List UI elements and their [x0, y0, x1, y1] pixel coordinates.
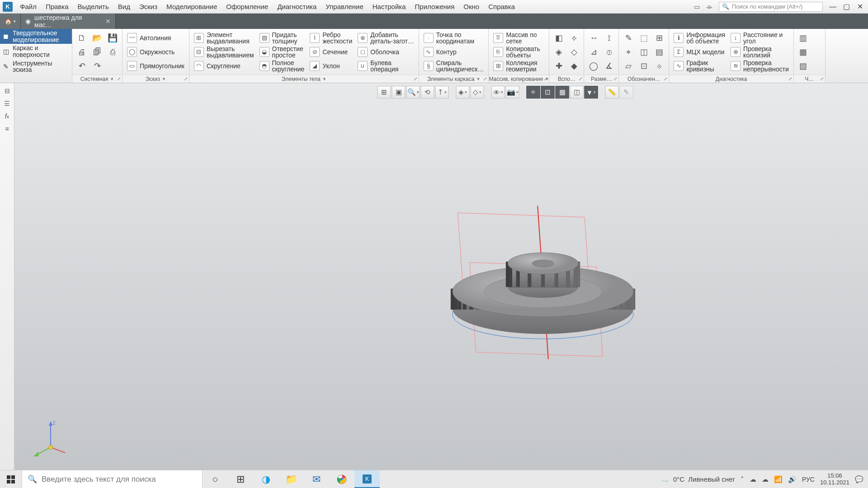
menu-эскиз[interactable]: Эскиз	[135, 0, 162, 13]
ribbon-btn[interactable]: 📂	[90, 31, 104, 45]
start-button[interactable]	[0, 470, 22, 488]
menu-файл[interactable]: Файл	[15, 0, 41, 13]
ribbon-btn[interactable]: ⊗Проверка коллизий	[729, 45, 791, 59]
menu-диагностика[interactable]: Диагностика	[273, 0, 321, 13]
mode-0[interactable]: ◼Твердотельное моделирование	[0, 29, 72, 44]
ribbon-btn[interactable]: ⊕Добавить деталь-загот…	[356, 31, 416, 45]
mode-2[interactable]: ✎Инструменты эскиза	[0, 59, 72, 74]
ribbon-btn[interactable]: ✎	[622, 31, 635, 45]
ribbon-btn[interactable]: ◠Скругление	[192, 59, 256, 73]
chevron-up-icon[interactable]: ˄	[741, 475, 744, 483]
menu-приложения[interactable]: Приложения	[410, 0, 459, 13]
menu-управление[interactable]: Управление	[321, 0, 368, 13]
ribbon-btn[interactable]	[106, 59, 119, 73]
close-tab-icon[interactable]: ✕	[105, 18, 111, 25]
kompas-icon[interactable]: K	[354, 470, 380, 488]
sound-icon[interactable]: 🔊	[788, 475, 797, 483]
menu-справка[interactable]: Справка	[484, 0, 519, 13]
ribbon-btn[interactable]: ⊞	[652, 31, 666, 45]
ribbon-btn[interactable]: ↷	[90, 59, 104, 73]
ribbon-btn[interactable]: ◢Уклон	[308, 59, 354, 73]
menu-вид[interactable]: Вид	[113, 0, 135, 13]
ribbon-btn[interactable]: ◓Полное скругление	[258, 59, 307, 73]
layout-icon[interactable]: ▭	[691, 2, 703, 12]
ribbon-btn[interactable]: ·Точка по координатам	[422, 31, 486, 45]
menu-правка[interactable]: Правка	[41, 0, 73, 13]
zoom-icon[interactable]: 🔍	[406, 86, 420, 99]
ribbon-btn[interactable]: ⟟	[602, 31, 616, 45]
rotate-icon[interactable]: ⟲	[421, 86, 434, 99]
ribbon-btn[interactable]: ↶	[75, 59, 89, 73]
ribbon-btn[interactable]: ▧Придать толщину	[258, 31, 307, 45]
explorer-icon[interactable]: 📁	[278, 470, 304, 488]
weather-widget[interactable]: ☁️ 0°C Ливневый снег	[661, 475, 735, 483]
ribbon-btn[interactable]: ◇	[567, 45, 581, 59]
document-tab[interactable]: ◉ шестеренка для мас… ✕	[21, 14, 116, 29]
ribbon-btn[interactable]: ◒Отверстие простое	[258, 45, 307, 59]
menu-моделирование[interactable]: Моделирование	[162, 0, 222, 13]
ribbon-btn[interactable]: ∿Контур	[422, 45, 486, 59]
ribbon-btn[interactable]: ⦶	[602, 45, 616, 59]
bars-icon[interactable]: ≡	[2, 124, 12, 134]
ribbon-btn[interactable]: ⌇Ребро жесткости	[308, 31, 354, 45]
ribbon-btn[interactable]: ▦	[797, 45, 810, 59]
layer-icon[interactable]: ◫	[570, 86, 584, 99]
snap3-icon[interactable]: ▦	[556, 86, 569, 99]
ribbon-btn[interactable]: ▭Прямоугольник	[125, 59, 186, 73]
wifi-icon[interactable]: 📶	[774, 475, 783, 483]
wire-icon[interactable]: ◇	[471, 86, 484, 99]
capture-icon[interactable]: 📷	[506, 86, 519, 99]
viewport-3d[interactable]: ⊞ ▣ 🔍 ⟲ ⤒ ◈ ◇ 👁 📷 ✧ ⊡ ▦ ◫ ▼ 📏 ✎	[14, 83, 868, 470]
ribbon-btn[interactable]: §Спираль цилиндрическ…	[422, 59, 486, 73]
ribbon-btn[interactable]: ▧	[797, 59, 810, 73]
ribbon-btn[interactable]: 🗋	[75, 31, 89, 45]
measure-icon[interactable]: 📏	[605, 86, 619, 99]
ribbon-btn[interactable]: ∿График кривизны	[672, 59, 727, 73]
ribbon-btn[interactable]: ⎙	[106, 45, 119, 59]
ribbon-btn[interactable]: ⌖	[622, 45, 635, 59]
filter-icon[interactable]: ▼	[585, 86, 598, 99]
ribbon-btn[interactable]: ◧	[552, 31, 566, 45]
lang-indicator[interactable]: РУС	[802, 476, 815, 483]
ribbon-btn[interactable]: ⊟Вырезать выдавливанием	[192, 45, 256, 59]
snap2-icon[interactable]: ⊡	[541, 86, 555, 99]
probe-icon[interactable]: ✎	[620, 86, 633, 99]
menu-настройка[interactable]: Настройка	[368, 0, 410, 13]
menu-оформление[interactable]: Оформление	[222, 0, 273, 13]
ribbon-btn[interactable]: ✚	[552, 59, 566, 73]
ribbon-btn[interactable]: 🗐	[90, 45, 104, 59]
ribbon-btn[interactable]: ⬚	[637, 31, 651, 45]
mode-1[interactable]: ◫Каркас и поверхности	[0, 44, 72, 59]
ribbon-btn[interactable]: 💾	[106, 31, 119, 45]
ribbon-btn[interactable]: ≋Проверка непрерывности	[729, 59, 791, 73]
ribbon-btn[interactable]: ⊞Элемент выдавливания	[192, 31, 256, 45]
cortana-icon[interactable]: ○	[203, 470, 228, 488]
ribbon-btn[interactable]: ℹИнформация об объекте	[672, 31, 727, 45]
ribbon-btn[interactable]: 〰Автолиния	[125, 31, 186, 45]
ribbon-btn[interactable]: ⊡	[637, 59, 651, 73]
hide-icon[interactable]: 👁	[491, 86, 505, 99]
minimize-button[interactable]: —	[826, 2, 839, 11]
ribbon-btn[interactable]: ⠿Массив по сетке	[491, 31, 542, 45]
app-cura-icon[interactable]: ◑	[253, 470, 278, 488]
taskbar-search[interactable]: 🔍 Введите здесь текст для поиска	[22, 470, 203, 488]
outlook-icon[interactable]: ✉	[304, 470, 329, 488]
ribbon-btn[interactable]: ⟐	[652, 59, 666, 73]
orient-icon[interactable]: ⤒	[435, 86, 449, 99]
shade-icon[interactable]: ◈	[456, 86, 470, 99]
ribbon-btn[interactable]: 🖨	[75, 45, 89, 59]
command-search[interactable]: 🔍 Поиск по командам (Alt+/)	[719, 2, 823, 12]
ribbon-btn[interactable]: ▱	[622, 59, 635, 73]
grid-icon[interactable]: ⊞	[377, 86, 391, 99]
ribbon-btn[interactable]: ◈	[552, 45, 566, 59]
onedrive-icon[interactable]: ☁	[750, 475, 756, 483]
ribbon-btn[interactable]: ▤	[652, 45, 666, 59]
ribbon-btn[interactable]: ↕Расстояние и угол	[729, 31, 791, 45]
frame-icon[interactable]: ▣	[392, 86, 406, 99]
home-tab[interactable]: 🏠 ▾	[0, 14, 21, 29]
ribbon-btn[interactable]: ⎘Копировать объекты	[491, 45, 542, 59]
menu-выделить[interactable]: Выделить	[73, 0, 113, 13]
snap1-icon[interactable]: ✧	[527, 86, 540, 99]
ribbon-btn[interactable]: ∪Булева операция	[356, 59, 416, 73]
ribbon-btn[interactable]: ⊞Коллекция геометрии	[491, 59, 542, 73]
